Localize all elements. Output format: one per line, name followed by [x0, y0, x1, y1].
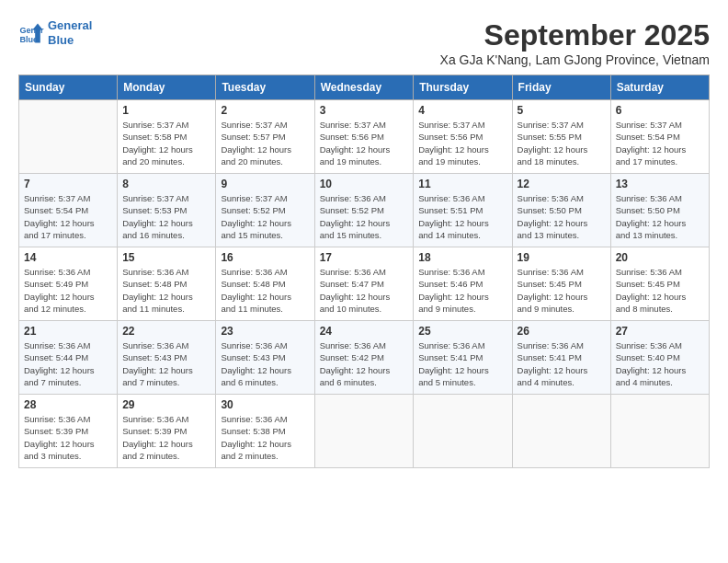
calendar-cell: 20Sunrise: 5:36 AM Sunset: 5:45 PM Dayli… — [610, 247, 709, 321]
day-info: Sunrise: 5:36 AM Sunset: 5:42 PM Dayligh… — [320, 339, 409, 388]
calendar-week-1: 1Sunrise: 5:37 AM Sunset: 5:58 PM Daylig… — [19, 100, 710, 174]
day-info: Sunrise: 5:36 AM Sunset: 5:47 PM Dayligh… — [320, 266, 409, 315]
day-info: Sunrise: 5:36 AM Sunset: 5:50 PM Dayligh… — [616, 192, 704, 241]
calendar-cell — [610, 395, 709, 468]
day-info: Sunrise: 5:36 AM Sunset: 5:45 PM Dayligh… — [518, 266, 606, 315]
day-info: Sunrise: 5:36 AM Sunset: 5:41 PM Dayligh… — [518, 339, 606, 388]
day-info: Sunrise: 5:36 AM Sunset: 5:51 PM Dayligh… — [418, 192, 506, 241]
calendar-cell — [414, 395, 512, 468]
day-number: 16 — [221, 251, 309, 264]
day-info: Sunrise: 5:37 AM Sunset: 5:52 PM Dayligh… — [221, 192, 309, 241]
calendar-cell: 23Sunrise: 5:36 AM Sunset: 5:43 PM Dayli… — [216, 321, 314, 395]
day-number: 11 — [418, 178, 506, 190]
title-area: September 2025 Xa GJa K'Nang, Lam GJong … — [440, 18, 710, 67]
day-number: 4 — [418, 104, 506, 117]
day-number: 24 — [320, 325, 409, 338]
calendar-cell: 19Sunrise: 5:36 AM Sunset: 5:45 PM Dayli… — [512, 247, 610, 321]
day-number: 14 — [24, 251, 112, 264]
day-info: Sunrise: 5:36 AM Sunset: 5:39 PM Dayligh… — [24, 413, 112, 462]
day-info: Sunrise: 5:36 AM Sunset: 5:49 PM Dayligh… — [24, 266, 112, 315]
calendar-cell: 18Sunrise: 5:36 AM Sunset: 5:46 PM Dayli… — [414, 247, 512, 321]
day-number: 26 — [518, 325, 606, 338]
calendar-cell: 30Sunrise: 5:36 AM Sunset: 5:38 PM Dayli… — [216, 395, 314, 468]
calendar-cell: 14Sunrise: 5:36 AM Sunset: 5:49 PM Dayli… — [19, 247, 118, 321]
day-number: 13 — [616, 178, 704, 190]
page-header: General Blue General Blue September 2025… — [18, 18, 710, 67]
column-header-monday: Monday — [118, 75, 216, 100]
day-number: 18 — [418, 251, 506, 264]
calendar-cell: 7Sunrise: 5:37 AM Sunset: 5:54 PM Daylig… — [19, 174, 118, 247]
calendar-subtitle: Xa GJa K'Nang, Lam GJong Province, Vietn… — [440, 52, 710, 67]
day-info: Sunrise: 5:37 AM Sunset: 5:54 PM Dayligh… — [616, 119, 704, 167]
calendar-week-4: 21Sunrise: 5:36 AM Sunset: 5:44 PM Dayli… — [19, 321, 710, 395]
day-number: 12 — [518, 178, 606, 190]
calendar-cell: 22Sunrise: 5:36 AM Sunset: 5:43 PM Dayli… — [118, 321, 216, 395]
calendar-cell: 27Sunrise: 5:36 AM Sunset: 5:40 PM Dayli… — [610, 321, 709, 395]
calendar-cell: 29Sunrise: 5:36 AM Sunset: 5:39 PM Dayli… — [118, 395, 216, 468]
logo: General Blue General Blue — [18, 18, 92, 47]
day-number: 17 — [320, 251, 409, 264]
calendar-cell: 10Sunrise: 5:36 AM Sunset: 5:52 PM Dayli… — [314, 174, 414, 247]
calendar-cell: 1Sunrise: 5:37 AM Sunset: 5:58 PM Daylig… — [118, 100, 216, 174]
calendar-cell: 11Sunrise: 5:36 AM Sunset: 5:51 PM Dayli… — [414, 174, 512, 247]
day-number: 3 — [320, 104, 409, 117]
day-info: Sunrise: 5:37 AM Sunset: 5:53 PM Dayligh… — [122, 192, 210, 241]
column-header-saturday: Saturday — [610, 75, 709, 100]
calendar-cell — [512, 395, 610, 468]
day-info: Sunrise: 5:36 AM Sunset: 5:41 PM Dayligh… — [418, 339, 506, 388]
calendar-cell: 24Sunrise: 5:36 AM Sunset: 5:42 PM Dayli… — [314, 321, 414, 395]
day-info: Sunrise: 5:36 AM Sunset: 5:40 PM Dayligh… — [616, 339, 704, 388]
day-info: Sunrise: 5:36 AM Sunset: 5:50 PM Dayligh… — [518, 192, 606, 241]
calendar-header-row: SundayMondayTuesdayWednesdayThursdayFrid… — [19, 75, 710, 100]
day-number: 1 — [122, 104, 210, 117]
day-number: 22 — [122, 325, 210, 338]
day-info: Sunrise: 5:36 AM Sunset: 5:48 PM Dayligh… — [122, 266, 210, 315]
day-info: Sunrise: 5:37 AM Sunset: 5:58 PM Dayligh… — [122, 119, 210, 167]
calendar-cell: 16Sunrise: 5:36 AM Sunset: 5:48 PM Dayli… — [216, 247, 314, 321]
calendar-cell: 28Sunrise: 5:36 AM Sunset: 5:39 PM Dayli… — [19, 395, 118, 468]
logo-line2: Blue — [48, 33, 92, 48]
day-number: 19 — [518, 251, 606, 264]
calendar-cell: 13Sunrise: 5:36 AM Sunset: 5:50 PM Dayli… — [610, 174, 709, 247]
logo-line1: General — [48, 18, 92, 33]
logo-icon: General Blue — [18, 20, 44, 46]
calendar-cell: 2Sunrise: 5:37 AM Sunset: 5:57 PM Daylig… — [216, 100, 314, 174]
day-number: 23 — [221, 325, 309, 338]
day-number: 9 — [221, 178, 309, 190]
day-info: Sunrise: 5:36 AM Sunset: 5:48 PM Dayligh… — [221, 266, 309, 315]
day-info: Sunrise: 5:36 AM Sunset: 5:46 PM Dayligh… — [418, 266, 506, 315]
calendar-table: SundayMondayTuesdayWednesdayThursdayFrid… — [18, 75, 710, 468]
calendar-cell: 5Sunrise: 5:37 AM Sunset: 5:55 PM Daylig… — [512, 100, 610, 174]
column-header-friday: Friday — [512, 75, 610, 100]
day-info: Sunrise: 5:36 AM Sunset: 5:43 PM Dayligh… — [122, 339, 210, 388]
calendar-cell: 12Sunrise: 5:36 AM Sunset: 5:50 PM Dayli… — [512, 174, 610, 247]
day-info: Sunrise: 5:37 AM Sunset: 5:54 PM Dayligh… — [24, 192, 112, 241]
calendar-cell: 3Sunrise: 5:37 AM Sunset: 5:56 PM Daylig… — [314, 100, 414, 174]
day-number: 30 — [221, 398, 309, 411]
day-number: 28 — [24, 398, 112, 411]
calendar-cell: 21Sunrise: 5:36 AM Sunset: 5:44 PM Dayli… — [19, 321, 118, 395]
day-info: Sunrise: 5:36 AM Sunset: 5:52 PM Dayligh… — [320, 192, 409, 241]
calendar-body: 1Sunrise: 5:37 AM Sunset: 5:58 PM Daylig… — [19, 100, 710, 468]
day-info: Sunrise: 5:36 AM Sunset: 5:44 PM Dayligh… — [24, 339, 112, 388]
day-number: 5 — [518, 104, 606, 117]
day-number: 10 — [320, 178, 409, 190]
calendar-cell: 25Sunrise: 5:36 AM Sunset: 5:41 PM Dayli… — [414, 321, 512, 395]
day-number: 2 — [221, 104, 309, 117]
calendar-cell: 6Sunrise: 5:37 AM Sunset: 5:54 PM Daylig… — [610, 100, 709, 174]
column-header-sunday: Sunday — [19, 75, 118, 100]
calendar-title: September 2025 — [440, 18, 710, 52]
calendar-cell: 26Sunrise: 5:36 AM Sunset: 5:41 PM Dayli… — [512, 321, 610, 395]
day-number: 20 — [616, 251, 704, 264]
calendar-cell — [314, 395, 414, 468]
calendar-cell: 4Sunrise: 5:37 AM Sunset: 5:56 PM Daylig… — [414, 100, 512, 174]
calendar-cell — [19, 100, 118, 174]
day-number: 21 — [24, 325, 112, 338]
calendar-week-3: 14Sunrise: 5:36 AM Sunset: 5:49 PM Dayli… — [19, 247, 710, 321]
day-number: 15 — [122, 251, 210, 264]
day-number: 8 — [122, 178, 210, 190]
day-info: Sunrise: 5:37 AM Sunset: 5:57 PM Dayligh… — [221, 119, 309, 167]
calendar-cell: 17Sunrise: 5:36 AM Sunset: 5:47 PM Dayli… — [314, 247, 414, 321]
day-number: 29 — [122, 398, 210, 411]
day-number: 27 — [616, 325, 704, 338]
